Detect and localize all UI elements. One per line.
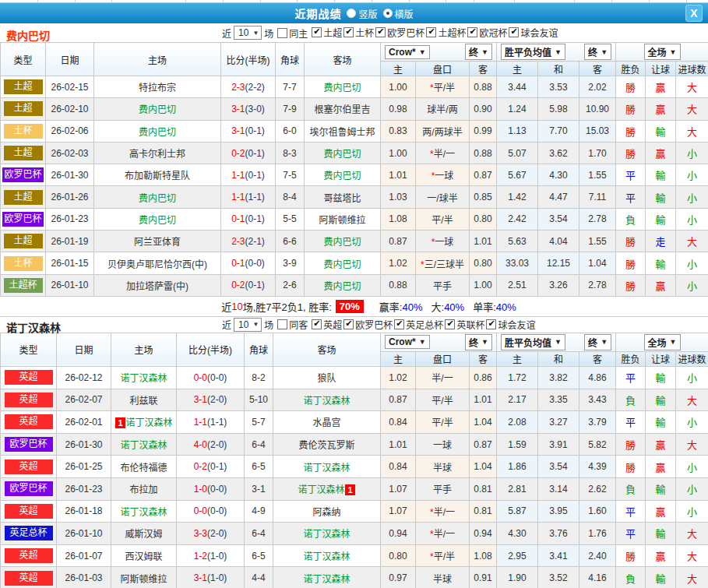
cell-league: 土超 xyxy=(1,142,46,164)
match-row: 土超 26-02-15 特拉布宗 2-3(2-2) 7-7 费内巴切 1.00 … xyxy=(1,76,708,98)
cell-away-team: 费伦茨瓦罗斯 xyxy=(273,433,381,456)
cell-handicap: 球半/两 xyxy=(416,98,470,120)
avg-dropdown[interactable]: 胜平负均值▼ xyxy=(501,44,565,60)
cell-league: 英超 xyxy=(1,567,57,588)
league-checkbox[interactable] xyxy=(343,319,354,329)
cell-handicap: *半/一 xyxy=(416,500,470,523)
league-checkbox[interactable] xyxy=(467,27,477,37)
cell-handicap-result: 輸 xyxy=(646,208,676,230)
avg-final-dropdown[interactable]: 终▼ xyxy=(584,44,611,60)
vertical-radio[interactable] xyxy=(347,9,356,18)
close-button[interactable]: X xyxy=(685,5,703,22)
league-checkbox[interactable] xyxy=(312,27,322,37)
cell-avg-win: 5.07 xyxy=(497,142,538,164)
recent-results-panel: 近期战绩 竖版 横版 X 费内巴切 近 10▼ 场 同主 土超土杯欧罗巴杯土超杯… xyxy=(0,0,708,588)
match-row: 英足总杯 26-01-10 威斯汉姆 3-3(2-0) 6-4 诺丁汉森林 0.… xyxy=(1,523,708,545)
match-count-select[interactable]: 10▼ xyxy=(234,318,262,332)
cell-odds-home: 1.03 xyxy=(381,186,416,208)
filter-league[interactable]: 英联杯 xyxy=(445,318,484,331)
filter-league[interactable]: 欧罗巴杯 xyxy=(375,26,424,39)
filter-league[interactable]: 英足总杯 xyxy=(394,318,443,331)
match-count-select[interactable]: 10▼ xyxy=(234,26,262,40)
cell-avg-draw: 4.30 xyxy=(538,164,579,186)
cell-away-team: 诺丁汉森林 xyxy=(273,389,381,411)
cell-outcome: 平 xyxy=(616,411,646,434)
odds-source-dropdown[interactable]: Crow*▼ xyxy=(385,45,430,59)
league-checkbox[interactable] xyxy=(445,319,455,329)
league-checkbox[interactable] xyxy=(343,27,354,37)
league-checkbox[interactable] xyxy=(394,319,404,329)
cell-home-team: 诺丁汉森林 xyxy=(111,433,177,456)
cell-avg-draw: 3.62 xyxy=(538,142,579,164)
cell-away-team: 哥兹塔比 xyxy=(305,186,381,208)
cell-away-team: 埃尔祖鲁姆士邦 xyxy=(305,120,381,142)
layout-vertical-option[interactable]: 竖版 xyxy=(347,7,377,20)
cell-home-team: 诺丁汉森林 xyxy=(111,366,177,389)
col-home: 主场 xyxy=(111,333,177,366)
cell-avg-lose: 2.02 xyxy=(579,76,616,98)
filter-league[interactable]: 土超杯 xyxy=(426,26,466,39)
same-away-checkbox[interactable] xyxy=(277,319,287,329)
cell-odds-away: 1.00 xyxy=(470,274,497,296)
cell-handicap: 半/一 xyxy=(416,366,470,389)
filter-same-away[interactable]: 同客 xyxy=(277,318,308,331)
cell-score: 0-0(0-0) xyxy=(177,366,245,389)
chevron-down-icon: ▼ xyxy=(555,48,562,56)
filter-league[interactable]: 土杯 xyxy=(343,26,374,39)
cell-odds-home: 1.00 xyxy=(381,142,416,164)
cell-odds-home: 1.02 xyxy=(381,252,416,274)
filter-league[interactable]: 球会友谊 xyxy=(509,26,558,39)
cell-total-result: 小 xyxy=(676,252,708,274)
odds-source-dropdown[interactable]: Crow*▼ xyxy=(385,335,430,349)
cell-score: 1-1(1-1) xyxy=(177,411,245,434)
cell-odds-home: 1.01 xyxy=(381,433,416,456)
cell-score: 2-3(2-1) xyxy=(221,231,276,252)
cell-date: 26-02-10 xyxy=(46,98,94,120)
odds-final-dropdown[interactable]: 终▼ xyxy=(465,334,492,350)
layout-horizontal-option[interactable]: 横版 xyxy=(383,7,414,20)
fulltime-dropdown[interactable]: 全场▼ xyxy=(644,44,681,60)
filter-league[interactable]: 欧冠杯 xyxy=(467,26,507,39)
league-checkbox[interactable] xyxy=(375,27,386,37)
cell-score: 1-0(0-0) xyxy=(177,477,245,500)
cell-avg-lose: 2.62 xyxy=(579,477,616,500)
cell-away-team: 阿森纳 xyxy=(273,500,381,523)
vertical-radio-label: 竖版 xyxy=(358,7,377,20)
cell-avg-win: 3.44 xyxy=(497,76,538,98)
league-checkbox[interactable] xyxy=(426,27,436,37)
cell-total-result: 小 xyxy=(676,411,708,434)
cell-total-result: 大 xyxy=(676,433,708,456)
cell-total-result: 小 xyxy=(676,500,708,523)
cell-outcome: 負 xyxy=(616,567,646,588)
cell-odds-home: 0.94 xyxy=(381,523,416,545)
avg-dropdown[interactable]: 胜平负均值▼ xyxy=(501,334,565,350)
league-checkbox[interactable] xyxy=(312,319,322,329)
titlebar: 近期战绩 竖版 横版 X xyxy=(0,3,708,23)
cell-home-team: 阿兰亚体育 xyxy=(94,231,221,252)
cell-handicap-result: 輸 xyxy=(646,477,676,500)
chevron-down-icon: ▼ xyxy=(601,338,608,346)
filter-league[interactable]: 土超 xyxy=(312,26,342,39)
avg-final-dropdown[interactable]: 终▼ xyxy=(584,334,611,350)
filter-league[interactable]: 球会友谊 xyxy=(486,318,535,331)
league-checkbox[interactable] xyxy=(509,27,519,37)
cell-away-team: 费内巴切 xyxy=(305,142,381,164)
cell-league: 英超 xyxy=(1,456,57,478)
league-checkbox[interactable] xyxy=(486,319,496,329)
horizontal-radio[interactable] xyxy=(383,9,393,18)
cell-date: 26-01-23 xyxy=(46,208,94,230)
cell-score: 3-1(2-0) xyxy=(177,389,245,411)
filter-league[interactable]: 欧罗巴杯 xyxy=(343,318,393,331)
fulltime-dropdown[interactable]: 全场▼ xyxy=(644,334,681,350)
cell-avg-draw: 3.82 xyxy=(538,366,579,389)
filter-league[interactable]: 英超 xyxy=(312,318,342,331)
same-home-checkbox[interactable] xyxy=(277,28,287,38)
team-a-league-filters: 土超土杯欧罗巴杯土超杯欧冠杯球会友谊 xyxy=(310,26,558,40)
match-row: 英超 26-01-07 西汉姆联 1-2(1-0) 6-5 诺丁汉森林 0.80… xyxy=(1,544,708,567)
cell-league: 土超 xyxy=(1,98,46,120)
cell-handicap: *一球 xyxy=(416,164,470,186)
odds-final-dropdown[interactable]: 终▼ xyxy=(465,44,492,60)
filter-same-home[interactable]: 同主 xyxy=(277,26,308,40)
cell-handicap: 平手 xyxy=(416,274,470,296)
cell-handicap-result: 贏 xyxy=(646,433,676,456)
